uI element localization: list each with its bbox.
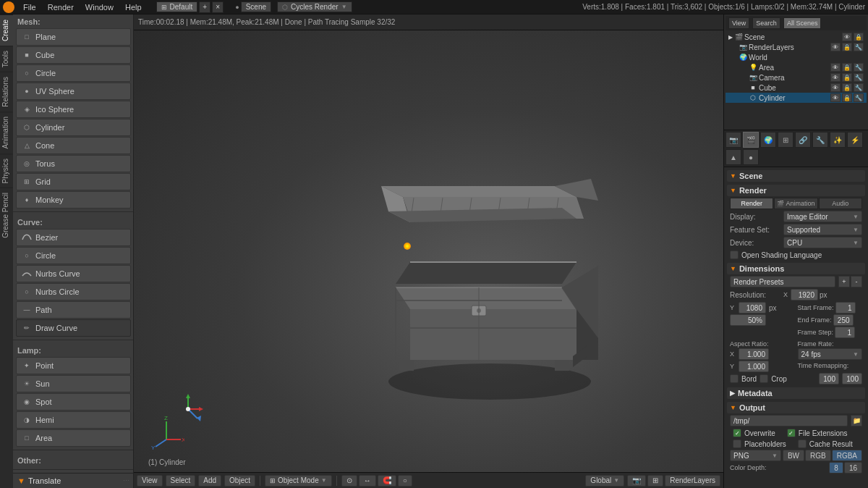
file-ext-checkbox[interactable]: ✓: [787, 429, 796, 437]
render-layer-btn[interactable]: RenderLayers: [665, 475, 720, 487]
add-workspace-btn[interactable]: +: [199, 1, 210, 13]
render-tab-animation[interactable]: 🎬 Animation: [774, 198, 817, 209]
props-tab-particles[interactable]: ✨: [830, 132, 846, 148]
cam-vis-2[interactable]: 🔒: [842, 73, 852, 82]
cam-vis-3[interactable]: 🔧: [854, 73, 864, 82]
preset-del-btn[interactable]: -: [851, 276, 862, 287]
res-x-input[interactable]: 1920: [791, 289, 818, 300]
frame-step-input[interactable]: 1: [835, 327, 855, 338]
scene-section-header[interactable]: ▼ Scene: [727, 170, 865, 182]
scene-vis-2[interactable]: 🔒: [854, 33, 864, 41]
global-btn[interactable]: Global ▼: [585, 475, 624, 487]
btn-spot[interactable]: ◉ Spot: [16, 393, 131, 411]
tab-animation[interactable]: Animation: [0, 112, 13, 153]
btn-point[interactable]: ✦ Point: [16, 357, 131, 374]
cyl-vis-1[interactable]: 👁: [830, 93, 841, 102]
tab-tools[interactable]: Tools: [0, 46, 13, 72]
output-section-header[interactable]: ▼ Output: [727, 402, 865, 413]
footer-select-btn[interactable]: Select: [166, 475, 196, 487]
output-path-field[interactable]: /tmp/: [730, 415, 848, 426]
depth-8-btn[interactable]: 8: [829, 462, 843, 474]
viewport[interactable]: Time:00:02.18 | Mem:21.48M, Peak:21.48M …: [134, 14, 723, 488]
time-remap-old-input[interactable]: 100: [819, 373, 839, 384]
btn-circle[interactable]: ○ Circle: [16, 64, 131, 82]
cyl-vis-3[interactable]: 🔧: [854, 93, 864, 102]
cyl-vis-2[interactable]: 🔒: [842, 93, 852, 102]
frame-rate-dropdown[interactable]: 24 fps ▼: [798, 348, 863, 360]
display-dropdown[interactable]: Image Editor ▼: [783, 211, 862, 222]
device-dropdown[interactable]: CPU ▼: [783, 237, 862, 248]
props-tab-render[interactable]: 📷: [726, 132, 741, 148]
aspect-y-input[interactable]: 1.000: [739, 361, 769, 372]
aspect-x-input[interactable]: 1.000: [739, 348, 769, 360]
props-tab-physics[interactable]: ⚡: [847, 132, 863, 148]
props-tab-constraints[interactable]: 🔗: [795, 132, 811, 148]
transform-btn[interactable]: ↔: [359, 475, 376, 487]
btn-plane[interactable]: □ Plane: [16, 28, 131, 46]
props-tab-data[interactable]: ▲: [726, 149, 741, 165]
tree-area[interactable]: 💡 Area 👁 🔒 🔧: [726, 62, 867, 72]
render-tab-render[interactable]: Render: [730, 198, 773, 209]
snap-btn[interactable]: 🧲: [378, 475, 396, 487]
outliner-search-btn[interactable]: Search: [752, 17, 780, 29]
crop-checkbox[interactable]: [760, 374, 768, 383]
prop-edit-btn[interactable]: ○: [398, 475, 412, 487]
cam-vis-1[interactable]: 👁: [830, 73, 841, 82]
metadata-section-header[interactable]: ▶ Metadata: [727, 387, 865, 399]
props-tab-world[interactable]: 🌍: [760, 132, 776, 148]
viewport-canvas[interactable]: Z X Y (1) Cylinder: [134, 30, 723, 472]
bw-btn[interactable]: BW: [783, 450, 804, 461]
outliner-scenes-btn[interactable]: All Scenes: [783, 17, 822, 29]
btn-grid[interactable]: ⊞ Grid: [16, 173, 131, 190]
cache-result-checkbox[interactable]: [798, 439, 807, 448]
btn-ico-sphere[interactable]: ◈ Ico Sphere: [16, 101, 131, 118]
btn-uv-sphere[interactable]: ● UV Sphere: [16, 83, 131, 100]
rl-vis-2[interactable]: 🔒: [842, 43, 852, 51]
rgb-btn[interactable]: RGB: [805, 450, 831, 461]
render-section-header[interactable]: ▼ Render: [727, 185, 865, 196]
btn-sun[interactable]: ☀ Sun: [16, 375, 131, 392]
tab-physics[interactable]: Physics: [0, 153, 13, 188]
props-tab-object[interactable]: ⊞: [778, 132, 793, 148]
btn-hemi[interactable]: ◑ Hemi: [16, 411, 131, 429]
btn-nurbs-circle[interactable]: ○ Nurbs Circle: [16, 283, 131, 300]
area-vis-3[interactable]: 🔧: [854, 63, 864, 72]
area-vis-1[interactable]: 👁: [830, 63, 841, 72]
workspace-tab[interactable]: ⊞ Default: [156, 1, 198, 12]
overwrite-checkbox[interactable]: ✓: [733, 429, 741, 437]
rl-vis-3[interactable]: 🔧: [854, 43, 864, 51]
btn-monkey[interactable]: ♦ Monkey: [16, 191, 131, 209]
cube-vis-2[interactable]: 🔒: [842, 83, 852, 92]
mode-selector[interactable]: ⊞ Object Mode ▼: [265, 475, 332, 487]
scene-tab[interactable]: Scene: [241, 1, 271, 12]
footer-view-btn[interactable]: View: [137, 475, 163, 487]
menu-help[interactable]: Help: [122, 2, 145, 12]
tree-renderlayers[interactable]: 📷 RenderLayers 👁 🔒 🔧: [726, 42, 867, 52]
time-remap-new-input[interactable]: 100: [842, 373, 862, 384]
res-percent-input[interactable]: 50%: [730, 314, 766, 326]
render-engine-select[interactable]: ⬡ Cycles Render ▼: [277, 1, 352, 12]
close-workspace-btn[interactable]: ×: [212, 1, 224, 13]
cube-vis-1[interactable]: 👁: [830, 83, 841, 92]
depth-16-btn[interactable]: 16: [844, 462, 862, 474]
open-shading-checkbox[interactable]: [730, 251, 739, 259]
placeholders-checkbox[interactable]: [733, 439, 741, 448]
tree-scene[interactable]: ▶ 🎬 Scene 👁 🔒: [726, 32, 867, 42]
outliner-view-btn[interactable]: View: [728, 17, 749, 29]
rl-vis-1[interactable]: 👁: [830, 43, 841, 51]
scene-vis-1[interactable]: 👁: [842, 33, 852, 41]
translate-header[interactable]: ▼ Translate ⋯: [17, 476, 129, 485]
bord-checkbox[interactable]: [730, 374, 739, 383]
tree-camera[interactable]: 📷 Camera 👁 🔒 🔧: [726, 72, 867, 83]
btn-area[interactable]: □ Area: [16, 429, 131, 447]
btn-torus[interactable]: ◎ Torus: [16, 155, 131, 172]
props-tab-scene[interactable]: 🎬: [743, 132, 759, 148]
res-y-input[interactable]: 1080: [739, 302, 766, 314]
menu-window[interactable]: Window: [82, 2, 116, 12]
props-tab-modifiers[interactable]: 🔧: [812, 132, 828, 148]
tree-cube[interactable]: ■ Cube 👁 🔒 🔧: [726, 83, 867, 93]
tree-world[interactable]: 🌍 World: [726, 52, 867, 62]
path-browse-btn[interactable]: 📁: [851, 415, 862, 426]
feature-set-dropdown[interactable]: Supported ▼: [783, 224, 862, 235]
btn-path[interactable]: — Path: [16, 301, 131, 319]
